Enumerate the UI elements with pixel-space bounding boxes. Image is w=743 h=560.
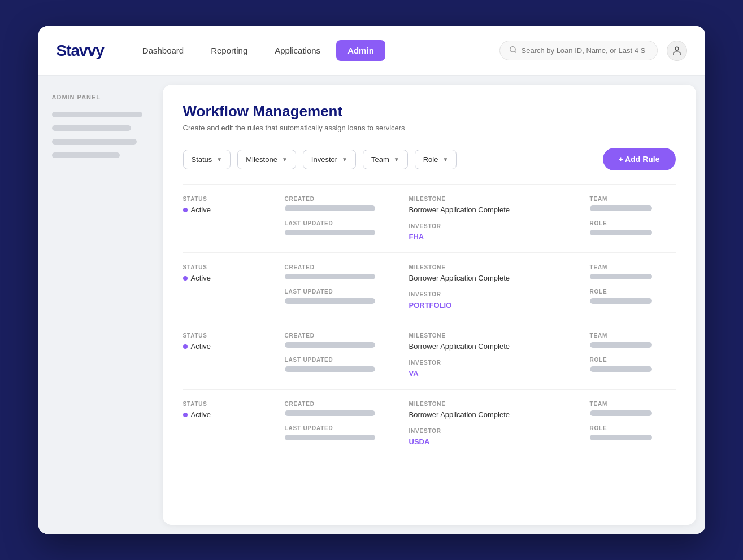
navbar: Stavvy Dashboard Reporting Applications … bbox=[38, 26, 705, 76]
user-avatar-icon[interactable] bbox=[667, 41, 687, 61]
filter-investor[interactable]: Investor ▼ bbox=[303, 150, 356, 169]
dates-group-2: CREATED LAST UPDATED bbox=[285, 264, 409, 304]
sidebar-item-4[interactable] bbox=[52, 152, 120, 158]
team-group-4: TEAM ROLE bbox=[590, 401, 696, 440]
label-status: STATUS bbox=[183, 196, 285, 202]
col-dates-1: CREATED LAST UPDATED bbox=[285, 196, 409, 235]
search-input[interactable] bbox=[522, 46, 646, 55]
col-milestone-3: MILESTONE Borrower Application Complete … bbox=[409, 333, 590, 378]
label-team: TEAM bbox=[590, 196, 696, 202]
created-block-2: CREATED bbox=[285, 264, 409, 279]
filter-status[interactable]: Status ▼ bbox=[183, 150, 231, 169]
label-role: ROLE bbox=[590, 288, 696, 295]
updated-block-3: LAST UPDATED bbox=[285, 357, 409, 372]
role-bar-3 bbox=[590, 366, 652, 372]
role-block-3: ROLE bbox=[590, 357, 696, 372]
label-created: CREATED bbox=[285, 196, 409, 202]
col-milestone-2: MILESTONE Borrower Application Complete … bbox=[409, 264, 590, 309]
label-role: ROLE bbox=[590, 220, 696, 226]
sidebar-item-3[interactable] bbox=[52, 139, 137, 145]
label-role: ROLE bbox=[590, 357, 696, 363]
role-bar-4 bbox=[590, 435, 652, 440]
col-status-1: STATUS Active bbox=[183, 196, 285, 214]
team-bar-3 bbox=[590, 342, 652, 348]
col-dates-4: CREATED LAST UPDATED bbox=[285, 401, 409, 440]
role-block-2: ROLE bbox=[590, 288, 696, 304]
nav-admin[interactable]: Admin bbox=[336, 40, 385, 61]
chevron-down-icon: ▼ bbox=[394, 156, 399, 163]
investor-block-3: INVESTOR VA bbox=[409, 360, 590, 378]
milestone-block-2: MILESTONE Borrower Application Complete bbox=[409, 264, 590, 282]
investor-block-1: INVESTOR FHA bbox=[409, 223, 590, 241]
team-group-2: TEAM ROLE bbox=[590, 264, 696, 304]
label-investor: INVESTOR bbox=[409, 291, 590, 298]
label-last-updated: LAST UPDATED bbox=[285, 220, 409, 226]
status-active-1: Active bbox=[183, 205, 285, 214]
col-status-2: STATUS Active bbox=[183, 264, 285, 282]
label-team: TEAM bbox=[590, 401, 696, 407]
label-last-updated: LAST UPDATED bbox=[285, 425, 409, 431]
col-status-3: STATUS Active bbox=[183, 333, 285, 351]
created-block-4: CREATED bbox=[285, 401, 409, 416]
team-group-3: TEAM ROLE bbox=[590, 333, 696, 372]
label-milestone: MILESTONE bbox=[409, 196, 590, 202]
milestone-group-3: MILESTONE Borrower Application Complete … bbox=[409, 333, 590, 378]
team-bar-1 bbox=[590, 205, 652, 211]
status-value-4: Active bbox=[191, 410, 211, 419]
filter-team[interactable]: Team ▼ bbox=[363, 150, 408, 169]
table-row: STATUS Active CREATED bbox=[183, 184, 676, 252]
status-active-4: Active bbox=[183, 410, 285, 419]
filter-role[interactable]: Role ▼ bbox=[415, 150, 457, 169]
label-status: STATUS bbox=[183, 401, 285, 407]
col-milestone-1: MILESTONE Borrower Application Complete … bbox=[409, 196, 590, 241]
label-last-updated: LAST UPDATED bbox=[285, 357, 409, 363]
dates-group-3: CREATED LAST UPDATED bbox=[285, 333, 409, 372]
add-rule-button[interactable]: + Add Rule bbox=[603, 148, 676, 170]
status-value-3: Active bbox=[191, 342, 211, 351]
updated-bar-1 bbox=[285, 230, 375, 235]
team-block-3: TEAM bbox=[590, 333, 696, 348]
table-row: STATUS Active CREATED bbox=[183, 389, 676, 457]
svg-line-1 bbox=[514, 51, 516, 53]
table-row: STATUS Active CREATED bbox=[183, 321, 676, 389]
nav-links: Dashboard Reporting Applications Admin bbox=[131, 40, 499, 61]
rules-list: STATUS Active CREATED bbox=[183, 184, 676, 457]
role-block-4: ROLE bbox=[590, 425, 696, 440]
filter-role-label: Role bbox=[423, 155, 438, 164]
milestone-value-3: Borrower Application Complete bbox=[409, 342, 590, 351]
status-dot-icon bbox=[183, 208, 188, 212]
team-bar-4 bbox=[590, 410, 652, 416]
main-layout: ADMIN PANEL Workflow Management Create a… bbox=[38, 76, 705, 534]
page-subtitle: Create and edit the rules that automatic… bbox=[183, 124, 676, 132]
investor-value-4: USDA bbox=[409, 438, 590, 446]
nav-dashboard[interactable]: Dashboard bbox=[131, 40, 195, 61]
filter-milestone[interactable]: Milestone ▼ bbox=[237, 150, 296, 169]
sidebar-item-2[interactable] bbox=[52, 125, 131, 131]
investor-value-3: VA bbox=[409, 369, 590, 378]
created-bar-4 bbox=[285, 410, 375, 416]
col-status-4: STATUS Active bbox=[183, 401, 285, 419]
updated-bar-2 bbox=[285, 298, 375, 304]
filter-team-label: Team bbox=[371, 155, 389, 164]
chevron-down-icon: ▼ bbox=[342, 156, 347, 163]
milestone-group-4: MILESTONE Borrower Application Complete … bbox=[409, 401, 590, 446]
status-dot-icon bbox=[183, 344, 188, 349]
nav-applications[interactable]: Applications bbox=[263, 40, 332, 61]
logo: Stavvy bbox=[57, 42, 104, 60]
status-dot-icon bbox=[183, 413, 188, 417]
label-milestone: MILESTONE bbox=[409, 264, 590, 270]
col-team-2: TEAM ROLE bbox=[590, 264, 696, 304]
milestone-block-1: MILESTONE Borrower Application Complete bbox=[409, 196, 590, 214]
milestone-value-1: Borrower Application Complete bbox=[409, 205, 590, 214]
col-team-1: TEAM ROLE bbox=[590, 196, 696, 235]
milestone-group-2: MILESTONE Borrower Application Complete … bbox=[409, 264, 590, 309]
filter-bar: Status ▼ Milestone ▼ Investor ▼ Team ▼ R… bbox=[183, 148, 676, 170]
col-dates-3: CREATED LAST UPDATED bbox=[285, 333, 409, 372]
team-group-1: TEAM ROLE bbox=[590, 196, 696, 235]
created-block-1: CREATED bbox=[285, 196, 409, 211]
nav-reporting[interactable]: Reporting bbox=[199, 40, 259, 61]
label-investor: INVESTOR bbox=[409, 360, 590, 366]
sidebar-title: ADMIN PANEL bbox=[52, 94, 149, 100]
filter-investor-label: Investor bbox=[311, 155, 337, 164]
sidebar-item-1[interactable] bbox=[52, 112, 142, 117]
